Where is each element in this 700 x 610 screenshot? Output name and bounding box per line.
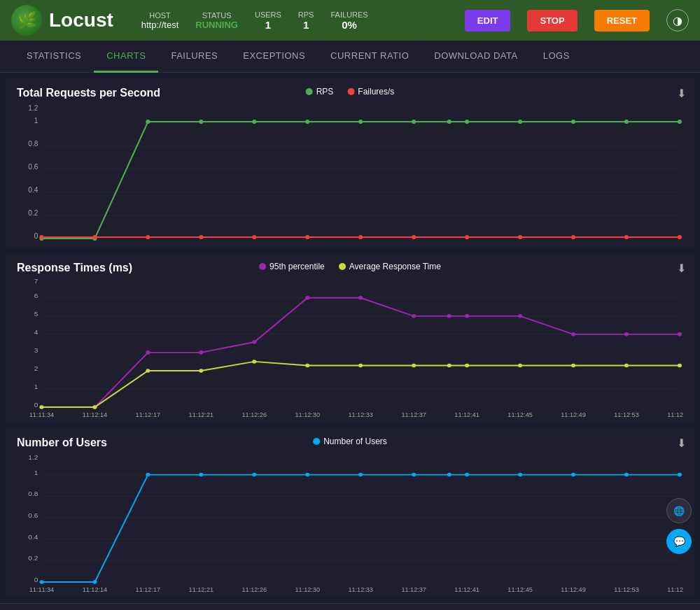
svg-text:11:11:34: 11:11:34 xyxy=(29,411,55,417)
rps-legend-dot xyxy=(306,88,313,95)
svg-point-89 xyxy=(412,364,416,368)
edit-button[interactable]: EDIT xyxy=(465,10,511,31)
nav-statistics[interactable]: STATISTICS xyxy=(14,41,94,73)
users-legend-dot xyxy=(313,438,320,445)
svg-point-134 xyxy=(624,473,629,477)
svg-point-27 xyxy=(39,235,43,239)
svg-text:1.2: 1.2 xyxy=(28,104,38,112)
theme-toggle-button[interactable]: ◑ xyxy=(666,9,689,31)
svg-text:11:12:21: 11:12:21 xyxy=(189,586,214,592)
nav-failures[interactable]: FAILURES xyxy=(158,41,230,73)
svg-point-80 xyxy=(624,332,629,336)
svg-text:0: 0 xyxy=(34,232,38,240)
svg-text:11:12:30: 11:12:30 xyxy=(295,586,320,592)
nav-bar: STATISTICS CHARTS FAILURES EXCEPTIONS CU… xyxy=(0,41,700,73)
logo-icon: 🌿 xyxy=(11,5,42,36)
svg-point-25 xyxy=(624,120,629,124)
svg-text:11:12:58: 11:12:58 xyxy=(667,586,683,592)
header: 🌿 Locust HOST http://test STATUS RUNNING… xyxy=(0,0,700,41)
chat-button[interactable]: 💬 xyxy=(666,529,692,554)
svg-text:11:12:17: 11:12:17 xyxy=(136,586,161,592)
svg-point-71 xyxy=(199,350,203,355)
svg-point-17 xyxy=(252,120,256,124)
svg-point-31 xyxy=(252,235,256,239)
rps-stat: RPS 1 xyxy=(298,10,314,31)
svg-text:0.4: 0.4 xyxy=(28,186,38,194)
rps-chart-container: Total Requests per Second RPS Failures/s… xyxy=(6,78,694,248)
p95-legend-item: 95th percentile xyxy=(259,262,325,271)
svg-text:0.8: 0.8 xyxy=(28,490,38,498)
rps-legend-label: RPS xyxy=(316,87,334,97)
svg-point-94 xyxy=(624,364,629,368)
svg-text:0.2: 0.2 xyxy=(28,555,38,562)
avg-legend-dot xyxy=(339,263,346,270)
svg-point-132 xyxy=(518,473,522,477)
svg-text:11:12:53: 11:12:53 xyxy=(614,586,639,592)
svg-text:11:12:17: 11:12:17 xyxy=(136,411,161,417)
main-content: Total Requests per Second RPS Failures/s… xyxy=(0,78,700,597)
nav-charts[interactable]: CHARTS xyxy=(94,41,158,73)
svg-point-82 xyxy=(39,405,43,409)
response-chart-svg: 0 1 2 3 4 5 6 7 xyxy=(17,277,683,417)
svg-text:0: 0 xyxy=(34,576,38,583)
svg-point-74 xyxy=(358,296,363,300)
svg-point-72 xyxy=(252,340,256,344)
users-chart-container: Number of Users Number of Users ⬇ 0 0.2 … xyxy=(6,428,694,597)
svg-text:0.6: 0.6 xyxy=(28,511,38,519)
svg-point-70 xyxy=(146,350,150,355)
svg-point-81 xyxy=(678,332,682,336)
floating-buttons: 🌐 💬 xyxy=(666,498,692,554)
svg-text:11:12:37: 11:12:37 xyxy=(401,586,426,592)
status-label: STATUS xyxy=(202,11,232,20)
nav-logs[interactable]: LOGS xyxy=(531,41,582,73)
nav-download-data[interactable]: DOWNLOAD DATA xyxy=(421,41,530,73)
svg-point-129 xyxy=(412,473,416,477)
svg-point-73 xyxy=(305,296,309,300)
svg-point-23 xyxy=(518,120,522,124)
reset-button[interactable]: RESET xyxy=(594,10,650,31)
svg-point-36 xyxy=(518,235,522,239)
rps-chart-svg: 0 0.2 0.4 0.6 0.8 1 1.2 xyxy=(17,102,683,242)
svg-text:2: 2 xyxy=(34,364,38,372)
translate-button[interactable]: 🌐 xyxy=(666,498,692,523)
svg-text:1: 1 xyxy=(34,383,38,390)
failures-legend-dot xyxy=(347,88,354,95)
svg-point-32 xyxy=(305,235,309,239)
svg-point-84 xyxy=(146,369,150,373)
svg-text:3: 3 xyxy=(34,346,38,354)
svg-text:11:12:26: 11:12:26 xyxy=(242,411,267,417)
svg-text:11:12:33: 11:12:33 xyxy=(348,586,373,592)
svg-point-75 xyxy=(412,314,416,318)
svg-point-126 xyxy=(252,473,256,477)
nav-exceptions[interactable]: EXCEPTIONS xyxy=(230,41,318,73)
svg-text:11:12:49: 11:12:49 xyxy=(561,586,586,592)
svg-text:11:12:14: 11:12:14 xyxy=(83,411,108,417)
svg-point-93 xyxy=(571,364,575,368)
response-chart-legend: 95th percentile Average Response Time xyxy=(259,262,441,271)
svg-point-135 xyxy=(678,473,682,477)
svg-point-76 xyxy=(447,314,451,318)
svg-text:11:12:49: 11:12:49 xyxy=(561,411,586,417)
svg-point-22 xyxy=(465,120,469,124)
svg-text:11:11:34: 11:11:34 xyxy=(29,586,55,592)
rps-download-button[interactable]: ⬇ xyxy=(677,87,686,100)
rps-chart-legend: RPS Failures/s xyxy=(306,87,395,97)
nav-current-ratio[interactable]: CURRENT RATIO xyxy=(318,41,421,73)
users-download-button[interactable]: ⬇ xyxy=(677,437,686,450)
svg-point-128 xyxy=(358,473,363,477)
svg-text:11:12:53: 11:12:53 xyxy=(614,411,639,417)
svg-point-85 xyxy=(199,369,203,373)
svg-text:11:12:14: 11:12:14 xyxy=(83,586,108,592)
svg-point-30 xyxy=(199,235,203,239)
svg-point-20 xyxy=(412,120,416,124)
svg-point-24 xyxy=(571,120,575,124)
response-download-button[interactable]: ⬇ xyxy=(677,262,686,275)
svg-point-88 xyxy=(358,364,363,368)
svg-text:1: 1 xyxy=(34,117,38,125)
svg-point-21 xyxy=(447,120,451,124)
svg-point-92 xyxy=(518,364,522,368)
app-title: Locust xyxy=(49,9,113,31)
svg-point-86 xyxy=(252,360,256,364)
stop-button[interactable]: STOP xyxy=(527,10,577,31)
svg-point-123 xyxy=(92,580,97,584)
